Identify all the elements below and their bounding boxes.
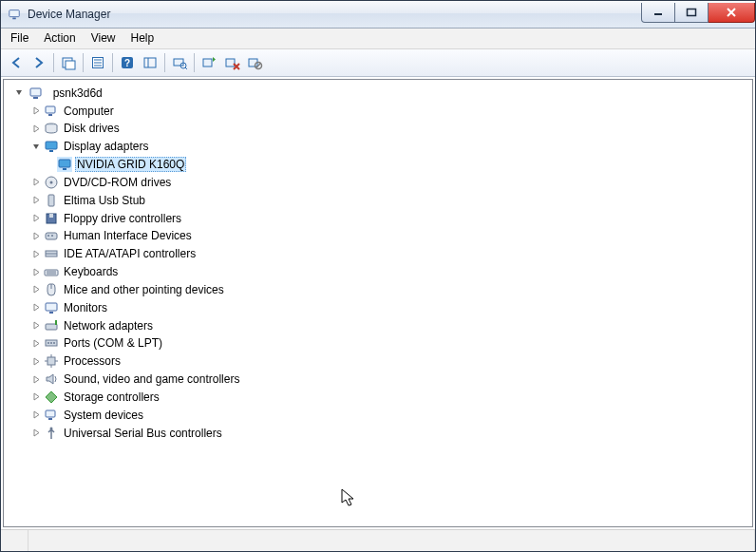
help-icon[interactable]: ?	[116, 51, 139, 74]
usb-icon	[44, 426, 59, 441]
nav-forward-icon[interactable]	[28, 51, 50, 74]
tree-category[interactable]: Human Interface Devices	[30, 227, 752, 245]
svg-rect-28	[49, 150, 53, 152]
tree-category-label: Keyboards	[62, 265, 120, 278]
computer-root-icon	[29, 86, 45, 101]
sound-icon	[44, 371, 59, 387]
port-icon	[44, 335, 59, 351]
tree-category-label: IDE ATA/ATAPI controllers	[62, 247, 198, 260]
hid-icon	[44, 228, 59, 243]
svg-rect-58	[46, 410, 55, 417]
tree-category[interactable]: Display adaptersNVIDIA GRID K160Q	[30, 137, 752, 173]
usb-stub-icon	[44, 193, 59, 208]
collapse-icon[interactable]	[30, 141, 42, 152]
expand-icon[interactable]	[30, 213, 42, 224]
svg-rect-53	[47, 357, 55, 365]
collapse-icon[interactable]	[13, 87, 25, 99]
expand-icon[interactable]	[30, 320, 42, 332]
expand-icon[interactable]	[30, 355, 42, 367]
tree-category[interactable]: Disk drives	[30, 120, 752, 138]
svg-rect-30	[63, 168, 66, 170]
disk-icon	[44, 121, 59, 136]
tree-category-label: Display adapters	[62, 140, 150, 153]
tree-root-label: psnk3d6d	[51, 86, 104, 100]
tree-category[interactable]: Keyboards	[30, 262, 752, 280]
expand-icon[interactable]	[30, 284, 42, 295]
svg-text:?: ?	[124, 58, 130, 68]
expand-icon[interactable]	[30, 123, 42, 134]
tree-device-label: NVIDIA GRID K160Q	[75, 157, 186, 172]
tree-category[interactable]: Mice and other pointing devices	[30, 280, 752, 298]
tree-device[interactable]: NVIDIA GRID K160Q	[55, 155, 752, 173]
expand-icon[interactable]	[30, 195, 42, 206]
display-icon	[44, 139, 59, 154]
minimize-button[interactable]	[641, 3, 675, 23]
tree-category-label: System devices	[62, 409, 145, 422]
close-button[interactable]	[709, 3, 755, 23]
console-tree-icon[interactable]	[139, 51, 161, 74]
expand-icon[interactable]	[30, 337, 42, 349]
tree-category-label: Universal Serial Bus controllers	[62, 427, 224, 440]
tree-category[interactable]: System devices	[30, 406, 752, 424]
tree-root[interactable]: psnk3d6d ComputerDisk drivesDisplay adap…	[13, 84, 752, 442]
scan-hardware-icon[interactable]	[168, 51, 191, 74]
tree-category[interactable]: Floppy drive controllers	[30, 209, 752, 227]
titlebar[interactable]: Device Manager	[1, 1, 755, 29]
expand-icon[interactable]	[30, 373, 42, 385]
expand-icon[interactable]	[30, 302, 42, 314]
svg-rect-35	[49, 214, 53, 218]
expand-icon[interactable]	[30, 230, 42, 241]
svg-rect-18	[226, 59, 235, 67]
tree-category[interactable]: Sound, video and game controllers	[30, 370, 752, 388]
network-icon	[44, 318, 59, 333]
svg-point-50	[47, 342, 49, 344]
expand-icon[interactable]	[30, 428, 42, 439]
expand-icon[interactable]	[30, 409, 42, 421]
svg-rect-45	[46, 303, 57, 311]
properties-icon[interactable]	[86, 51, 109, 74]
tree-category[interactable]: Computer	[30, 102, 752, 120]
tree-category[interactable]: DVD/CD-ROM drives	[30, 173, 752, 191]
toolbar-separator	[83, 53, 84, 72]
expand-icon[interactable]	[30, 266, 42, 277]
tree-category[interactable]: Processors	[30, 352, 752, 370]
svg-point-52	[53, 342, 55, 344]
svg-rect-22	[30, 88, 41, 96]
nav-back-icon[interactable]	[5, 51, 28, 74]
menu-view[interactable]: View	[84, 29, 123, 48]
maximize-button[interactable]	[675, 3, 709, 23]
menu-action[interactable]: Action	[36, 29, 83, 48]
expand-icon[interactable]	[30, 391, 42, 403]
device-tree[interactable]: psnk3d6d ComputerDisk drivesDisplay adap…	[3, 79, 753, 527]
svg-point-37	[47, 235, 49, 237]
menu-help[interactable]: Help	[123, 29, 162, 48]
mouse-icon	[44, 282, 59, 297]
toolbar-separator	[164, 53, 165, 72]
expand-icon[interactable]	[30, 248, 42, 259]
tree-category[interactable]: IDE ATA/ATAPI controllers	[30, 244, 752, 262]
tree-category-label: Mice and other pointing devices	[62, 283, 226, 296]
tree-category-label: Ports (COM & LPT)	[62, 336, 164, 350]
svg-rect-3	[688, 10, 696, 16]
optical-icon	[44, 175, 59, 190]
window-controls	[641, 3, 755, 22]
expand-icon[interactable]	[30, 177, 42, 188]
expand-icon[interactable]	[30, 105, 42, 117]
tree-category[interactable]: Universal Serial Bus controllers	[30, 424, 752, 442]
tree-category[interactable]: Monitors	[30, 298, 752, 316]
svg-rect-24	[46, 106, 55, 113]
tree-category-label: Eltima Usb Stub	[62, 194, 147, 207]
tree-category[interactable]: Storage controllers	[30, 388, 752, 406]
statusbar-cell	[1, 530, 28, 551]
menu-file[interactable]: File	[3, 29, 36, 48]
statusbar	[1, 529, 755, 551]
update-driver-icon[interactable]	[198, 51, 220, 74]
show-hidden-icon[interactable]	[57, 51, 80, 74]
disable-icon[interactable]	[243, 51, 266, 74]
tree-category[interactable]: Eltima Usb Stub	[30, 191, 752, 209]
uninstall-icon[interactable]	[220, 51, 243, 74]
tree-category[interactable]: Ports (COM & LPT)	[30, 334, 752, 352]
toolbar-separator	[53, 53, 54, 72]
svg-rect-17	[203, 59, 212, 67]
tree-category[interactable]: Network adapters	[30, 316, 752, 334]
